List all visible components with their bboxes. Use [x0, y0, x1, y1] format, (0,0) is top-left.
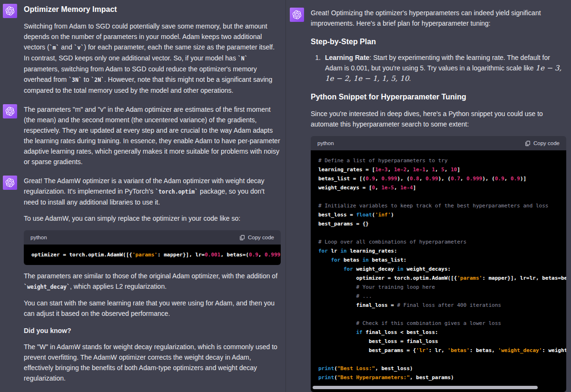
openai-logo-icon [5, 178, 15, 187]
assistant-avatar [3, 4, 17, 18]
list-item-marker: 1. [314, 52, 321, 84]
openai-logo-icon [5, 107, 15, 116]
paragraph: Great! The AdamW optimizer is a variant … [24, 176, 281, 207]
assistant-avatar [290, 8, 304, 22]
section-heading: Step-by-Step Plan [311, 36, 566, 48]
message-content: The parameters "m" and "v" in the Adam o… [24, 104, 286, 167]
paragraph: Since you're interested in deep dives, h… [311, 108, 566, 129]
copy-code-label: Copy code [533, 140, 560, 146]
paragraph: The parameters are similar to those of t… [24, 271, 281, 292]
paragraph: The "W" in AdamW stands for weight decay… [24, 342, 281, 383]
assistant-message: Optimizer Memory Impact Switching from A… [3, 4, 286, 96]
copy-code-button[interactable]: Copy code [524, 140, 560, 147]
code-block-header: python Copy code [311, 136, 566, 150]
did-you-know-heading: Did you know? [24, 325, 281, 336]
code-block: python Copy code optimizer = torch.optim… [24, 230, 281, 265]
code-content: # Define a list of hyperparameters to tr… [311, 150, 566, 392]
horizontal-scrollbar[interactable] [313, 386, 538, 389]
copy-code-label: Copy code [248, 235, 274, 240]
chat-interface: Optimizer Memory Impact Switching from A… [0, 0, 571, 392]
paragraph: Switching from Adam to SGD could potenti… [24, 21, 281, 96]
message-heading: Optimizer Memory Impact [24, 4, 281, 15]
openai-logo-icon [292, 10, 302, 20]
right-column: Great! Optimizing the optimizer's hyperp… [286, 0, 571, 392]
code-content: optimizer = torch.optim.AdamW([{'params'… [24, 245, 281, 265]
paragraph: Great! Optimizing the optimizer's hyperp… [311, 8, 566, 29]
assistant-message: Great! Optimizing the optimizer's hyperp… [290, 8, 571, 392]
assistant-message: The parameters "m" and "v" in the Adam o… [3, 104, 286, 167]
paragraph: You can start with the same learning rat… [24, 298, 281, 319]
message-content: Great! The AdamW optimizer is a variant … [24, 176, 286, 383]
message-content: Great! Optimizing the optimizer's hyperp… [311, 8, 571, 392]
clipboard-icon [524, 140, 531, 147]
code-block-header: python Copy code [24, 230, 281, 245]
copy-code-button[interactable]: Copy code [239, 235, 274, 241]
clipboard-icon [239, 235, 245, 241]
openai-logo-icon [5, 6, 15, 16]
assistant-avatar [3, 176, 17, 190]
code-language-label: python [30, 232, 47, 243]
paragraph: The parameters "m" and "v" in the Adam o… [24, 104, 281, 167]
section-heading: Python Snippet for Hyperparameter Tuning [311, 91, 566, 103]
code-language-label: python [317, 138, 334, 148]
paragraph: To use AdamW, you can simply replace the… [24, 213, 281, 224]
code-block: python Copy code # Define a list of hype… [311, 136, 566, 392]
message-content: Optimizer Memory Impact Switching from A… [24, 4, 286, 96]
assistant-message: Great! The AdamW optimizer is a variant … [3, 176, 286, 383]
list-item-text: Learning Rate: Start by experimenting wi… [325, 52, 566, 84]
ordered-list-item: 1. Learning Rate: Start by experimenting… [311, 52, 566, 84]
assistant-avatar [3, 104, 17, 118]
left-column: Optimizer Memory Impact Switching from A… [0, 0, 286, 392]
